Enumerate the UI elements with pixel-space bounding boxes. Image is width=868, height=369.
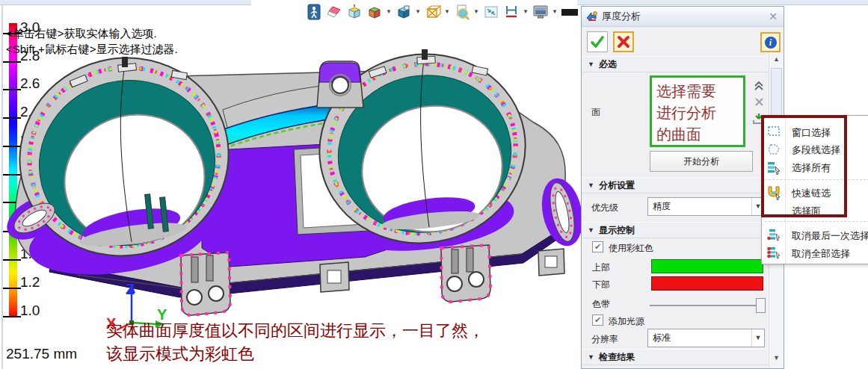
info-icon: i	[765, 37, 777, 49]
thickness-analysis-3d-model[interactable]	[6, 39, 582, 330]
resolution-value: 标准	[648, 332, 751, 344]
window-left-edge	[1, 4, 3, 369]
scroll-down-icon[interactable]: ▼	[769, 352, 784, 364]
priority-label: 优先级	[591, 202, 618, 214]
collapse-triangle-icon: ▼	[588, 353, 594, 361]
cancel-last-selection-icon	[767, 228, 782, 243]
section-required[interactable]: ▼ 必选	[582, 56, 769, 72]
wireframe-cube-dropdown-icon[interactable]: ▾	[444, 3, 450, 20]
view-cube-icon[interactable]	[366, 3, 383, 20]
top-tab-strip-left	[0, 0, 251, 5]
collapse-list-icon[interactable]	[751, 80, 766, 92]
resolution-label: 分辨率	[591, 333, 618, 346]
note-line: 的曲面	[656, 124, 739, 146]
green-check-icon	[590, 34, 605, 49]
monitor-dropdown-icon[interactable]: ▾	[552, 3, 558, 20]
dialog-close-icon[interactable]: ✕	[769, 10, 778, 22]
display-monitor-icon[interactable]	[532, 3, 549, 20]
ok-button[interactable]	[587, 31, 608, 52]
section-check-results-label: 检查结果	[599, 351, 635, 364]
svg-text:Z: Z	[126, 281, 135, 297]
band-label: 色带	[592, 298, 610, 311]
face-label: 面	[591, 106, 600, 119]
wireframe-cube-icon[interactable]	[424, 3, 441, 20]
annotation-line-2: 该显示模式为彩虹色	[106, 343, 254, 365]
priority-value: 精度	[648, 200, 751, 213]
graphics-toolbar: ▾ ▾ ▾ ▾ ▾ ▾	[305, 3, 584, 20]
band-slider-handle[interactable]	[756, 298, 766, 313]
band-slider-track[interactable]	[650, 305, 759, 306]
clear-selection-icon[interactable]	[751, 96, 766, 108]
start-analysis-button[interactable]: 开始分析	[650, 151, 753, 172]
rainbow-checkbox-label: 使用彩虹色	[609, 242, 653, 255]
cancel-button[interactable]	[613, 31, 634, 52]
view-cube-dropdown-icon[interactable]: ▾	[386, 3, 392, 20]
note-line: 选择需要	[656, 81, 739, 102]
upper-label: 上部	[592, 261, 610, 274]
section-display-control-label: 显示控制	[599, 224, 635, 237]
menu-item-cancel-all[interactable]: 取消全部选择	[792, 247, 850, 261]
thickness-analysis-icon	[586, 10, 598, 22]
face-selection-note[interactable]: 选择需要 进行分析 的曲面	[650, 75, 745, 147]
hint-line-1: <单击右键>获取实体输入选项.	[6, 27, 157, 41]
display-cube-dropdown-icon[interactable]: ▾	[415, 3, 421, 20]
red-x-icon	[617, 35, 630, 49]
light-checkbox-label: 添加光源	[609, 315, 644, 328]
hint-line-2: <Shift +鼠标右键>显示选择过滤器.	[6, 43, 178, 57]
rainbow-checkbox[interactable]: ✔	[592, 241, 603, 252]
measure-dropdown-icon[interactable]: ▾	[523, 3, 529, 20]
collapse-triangle-icon: ▼	[588, 226, 594, 234]
zoom-area-icon[interactable]	[453, 3, 470, 20]
solid-box-icon[interactable]	[345, 3, 363, 20]
eraser-icon[interactable]	[325, 3, 342, 20]
section-display-control[interactable]: ▼ 显示控制	[582, 222, 769, 238]
upper-color-swatch[interactable]	[651, 259, 763, 273]
info-button[interactable]: i	[760, 32, 781, 52]
section-analysis-settings-label: 分析设置	[599, 179, 635, 192]
display-cube-icon[interactable]	[395, 3, 412, 20]
fit-view-icon[interactable]	[482, 3, 499, 20]
top-tab-strip-right	[577, 0, 868, 5]
light-checkbox[interactable]: ✔	[592, 314, 603, 326]
thickness-analysis-dialog: 厚度分析 ✕ i ▼ 必选 面 选择需要 进行分析 的曲面 开始分析 ▼ 分析设…	[581, 6, 784, 369]
resolution-dropdown[interactable]: 标准 ▼	[647, 329, 765, 347]
section-check-results[interactable]: ▼ 检查结果	[582, 349, 769, 365]
dialog-titlebar[interactable]: 厚度分析	[582, 7, 784, 27]
collapse-triangle-icon: ▼	[588, 182, 594, 189]
menu-separator	[765, 221, 868, 222]
cancel-all-selection-icon	[767, 246, 782, 261]
measurement-readout: 251.75 mm	[6, 346, 77, 362]
render-person-icon[interactable]	[305, 3, 322, 20]
scroll-up-icon[interactable]: ▲	[769, 53, 784, 65]
priority-dropdown[interactable]: 精度 ▼	[647, 197, 765, 216]
annotation-line-1: 实体曲面厚度值以不同的区间进行显示，一目了然，	[106, 320, 484, 342]
dropdown-arrow-icon[interactable]: ▼	[751, 329, 764, 347]
measure-distance-icon[interactable]	[502, 3, 520, 20]
menu-item-cancel-last[interactable]: 取消最后一次选择	[792, 229, 868, 243]
lower-label: 下部	[592, 279, 610, 291]
minimized-bar-icon[interactable]	[561, 3, 578, 20]
section-required-label: 必选	[599, 58, 617, 71]
zoom-area-dropdown-icon[interactable]: ▾	[473, 3, 479, 20]
annotation-highlight-box	[761, 115, 847, 217]
collapse-triangle-icon: ▼	[588, 61, 594, 68]
note-line: 进行分析	[656, 102, 739, 124]
section-analysis-settings[interactable]: ▼ 分析设置	[582, 177, 769, 193]
application-window: { "hints": { "line1": "<单击右键>获取实体输入选项.",…	[0, 0, 868, 369]
dialog-title: 厚度分析	[602, 10, 641, 23]
lower-color-swatch[interactable]	[651, 276, 763, 291]
